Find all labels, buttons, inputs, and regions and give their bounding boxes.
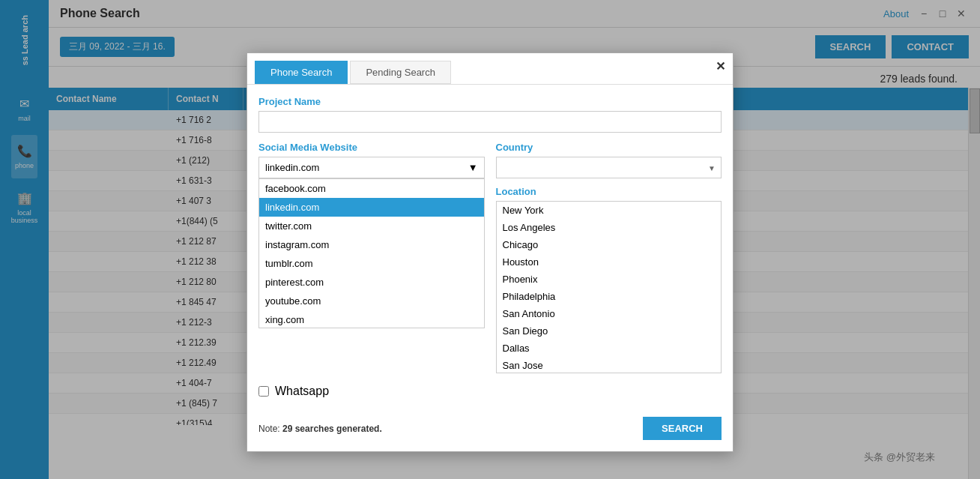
location-item[interactable]: Dallas bbox=[497, 340, 722, 357]
project-name-input[interactable] bbox=[258, 111, 722, 133]
tab-pending-search[interactable]: Pending Search bbox=[350, 61, 451, 84]
social-media-dropdown[interactable]: facebook.comlinkedin.comtwitter.cominsta… bbox=[258, 178, 485, 328]
location-item[interactable]: Phoenix bbox=[497, 271, 722, 288]
modal-close-button[interactable]: ✕ bbox=[716, 59, 725, 73]
location-list[interactable]: New YorkLos AngelesChicagoHoustonPhoenix… bbox=[496, 201, 722, 373]
social-media-select-wrapper: linkedin.com ▼ facebook.comlinkedin.comt… bbox=[258, 157, 485, 328]
country-col: Country ▼ Location New YorkLos AngelesCh… bbox=[496, 142, 722, 373]
country-select[interactable] bbox=[496, 157, 722, 178]
dropdown-item[interactable]: facebook.com bbox=[259, 179, 484, 198]
location-item[interactable]: Philadelphia bbox=[497, 288, 722, 305]
tab-phone-search[interactable]: Phone Search bbox=[255, 61, 348, 84]
dropdown-item[interactable]: youtube.com bbox=[259, 292, 484, 310]
dropdown-arrow-icon: ▼ bbox=[468, 162, 478, 173]
phone-search-modal: ✕ Phone Search Pending Search Project Na… bbox=[246, 52, 734, 452]
modal-search-button[interactable]: SEARCH bbox=[643, 417, 722, 440]
dropdown-item[interactable]: xing.com bbox=[259, 310, 484, 328]
project-name-field: Project Name bbox=[258, 96, 722, 133]
location-item[interactable]: San Antonio bbox=[497, 305, 722, 322]
whatsapp-checkbox[interactable] bbox=[258, 386, 269, 397]
social-media-label: Social Media Website bbox=[258, 142, 485, 153]
country-label: Country bbox=[496, 142, 722, 153]
modal-footer: Note: 29 searches generated. SEARCH bbox=[247, 409, 733, 451]
note-value: 29 searches generated. bbox=[282, 424, 382, 434]
social-media-select[interactable]: linkedin.com ▼ bbox=[258, 157, 485, 178]
location-item[interactable]: Houston bbox=[497, 253, 722, 271]
location-item[interactable]: San Diego bbox=[497, 322, 722, 340]
location-item[interactable]: Chicago bbox=[497, 236, 722, 253]
whatsapp-row: Whatsapp bbox=[258, 385, 722, 398]
location-field: Location New YorkLos AngelesChicagoHoust… bbox=[496, 186, 722, 373]
social-country-row: Social Media Website linkedin.com ▼ face… bbox=[258, 142, 722, 373]
modal-tabs: Phone Search Pending Search bbox=[247, 53, 733, 85]
modal-overlay: ✕ Phone Search Pending Search Project Na… bbox=[0, 0, 980, 479]
location-item[interactable]: New York bbox=[497, 202, 722, 219]
dropdown-item[interactable]: twitter.com bbox=[259, 217, 484, 235]
social-media-value: linkedin.com bbox=[265, 162, 319, 173]
whatsapp-label: Whatsapp bbox=[275, 385, 329, 398]
modal-body: Project Name Social Media Website linked… bbox=[247, 85, 733, 409]
location-item[interactable]: Los Angeles bbox=[497, 219, 722, 236]
dropdown-item[interactable]: instagram.com bbox=[259, 235, 484, 254]
dropdown-item[interactable]: tumblr.com bbox=[259, 254, 484, 273]
note-prefix: Note: bbox=[258, 424, 282, 434]
dropdown-item[interactable]: pinterest.com bbox=[259, 273, 484, 292]
note-text: Note: 29 searches generated. bbox=[258, 424, 382, 434]
location-item[interactable]: San Jose bbox=[497, 357, 722, 373]
social-media-col: Social Media Website linkedin.com ▼ face… bbox=[258, 142, 485, 373]
dropdown-item[interactable]: linkedin.com bbox=[259, 198, 484, 217]
project-name-label: Project Name bbox=[258, 96, 722, 107]
country-select-wrapper: ▼ bbox=[496, 157, 722, 178]
location-label: Location bbox=[496, 186, 722, 197]
